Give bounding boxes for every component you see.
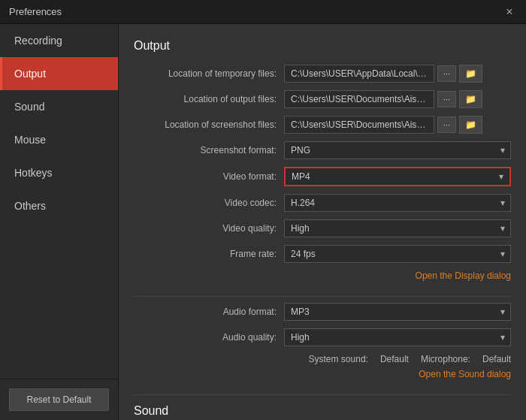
video-codec-control: H.264 H.265 MPEG-4: [284, 194, 511, 212]
sidebar-item-recording[interactable]: Recording: [0, 24, 118, 57]
screenshot-files-control: C:\Users\USER\Documents\Aiseesc ··· 📁: [284, 116, 511, 134]
output-files-dots-button[interactable]: ···: [437, 91, 456, 107]
screenshot-format-row: Screenshot format: PNG JPG BMP: [134, 141, 511, 159]
video-format-wrapper: MP4 AVI MOV WMV: [284, 167, 511, 186]
title-bar: Preferences ×: [0, 0, 526, 24]
content-area: Output Location of temporary files: C:\U…: [119, 24, 526, 420]
frame-rate-row: Frame rate: 24 fps 30 fps 60 fps: [134, 245, 511, 263]
main-layout: Recording Output Sound Mouse Hotkeys Oth…: [0, 24, 526, 420]
display-dialog-row: Open the Display dialog: [134, 270, 511, 289]
screenshot-files-label: Location of screenshot files:: [134, 119, 284, 130]
sidebar-item-others[interactable]: Others: [0, 189, 118, 222]
video-codec-label: Video codec:: [134, 198, 284, 208]
screenshot-files-input[interactable]: C:\Users\USER\Documents\Aiseesc: [284, 116, 434, 134]
section-title: Output: [134, 39, 511, 53]
microphone-value: Default: [482, 354, 511, 364]
video-format-label: Video format:: [134, 171, 284, 182]
frame-rate-select[interactable]: 24 fps 30 fps 60 fps: [284, 245, 511, 263]
output-files-row: Location of output files: C:\Users\USER\…: [134, 90, 511, 108]
divider1: [134, 296, 511, 297]
microphone-label: Microphone:: [421, 354, 470, 364]
temp-files-row: Location of temporary files: C:\Users\US…: [134, 65, 511, 83]
sidebar-item-hotkeys[interactable]: Hotkeys: [0, 156, 118, 189]
video-codec-select[interactable]: H.264 H.265 MPEG-4: [284, 194, 511, 212]
sidebar-bottom: Reset to Default: [0, 379, 118, 420]
video-quality-select[interactable]: High Medium Low: [284, 219, 511, 237]
audio-quality-control: High Medium Low: [284, 328, 511, 346]
video-format-row: Video format: MP4 AVI MOV WMV: [134, 167, 511, 186]
video-format-control: MP4 AVI MOV WMV: [284, 167, 511, 186]
system-info-row: System sound: Default Microphone: Defaul…: [134, 354, 511, 364]
frame-rate-label: Frame rate:: [134, 249, 284, 259]
screenshot-format-control: PNG JPG BMP: [284, 141, 511, 159]
video-quality-row: Video quality: High Medium Low: [134, 219, 511, 237]
audio-quality-row: Audio quality: High Medium Low: [134, 328, 511, 346]
video-quality-wrapper: High Medium Low: [284, 219, 511, 237]
screenshot-files-row: Location of screenshot files: C:\Users\U…: [134, 116, 511, 134]
video-codec-wrapper: H.264 H.265 MPEG-4: [284, 194, 511, 212]
video-codec-row: Video codec: H.264 H.265 MPEG-4: [134, 194, 511, 212]
temp-files-control: C:\Users\USER\AppData\Local\Ten ··· 📁: [284, 65, 511, 83]
screenshot-format-label: Screenshot format:: [134, 145, 284, 156]
display-dialog-link[interactable]: Open the Display dialog: [416, 270, 511, 281]
audio-format-row: Audio format: MP3 AAC WAV: [134, 303, 511, 321]
audio-quality-select[interactable]: High Medium Low: [284, 328, 511, 346]
temp-files-input[interactable]: C:\Users\USER\AppData\Local\Ten: [284, 65, 434, 83]
screenshot-files-folder-button[interactable]: 📁: [459, 116, 482, 134]
temp-files-label: Location of temporary files:: [134, 68, 284, 79]
video-quality-label: Video quality:: [134, 223, 284, 234]
sidebar-item-output[interactable]: Output: [0, 57, 118, 90]
frame-rate-control: 24 fps 30 fps 60 fps: [284, 245, 511, 263]
screenshot-format-select[interactable]: PNG JPG BMP: [284, 141, 511, 159]
video-format-select[interactable]: MP4 AVI MOV WMV: [286, 168, 509, 185]
system-sound-value: Default: [380, 354, 409, 364]
sidebar-item-mouse[interactable]: Mouse: [0, 123, 118, 156]
output-files-label: Location of output files:: [134, 94, 284, 104]
sidebar-item-sound[interactable]: Sound: [0, 90, 118, 123]
app-title: Preferences: [9, 6, 62, 17]
audio-format-label: Audio format:: [134, 307, 284, 317]
audio-format-select[interactable]: MP3 AAC WAV: [284, 303, 511, 321]
output-files-control: C:\Users\USER\Documents\Aiseesc ··· 📁: [284, 90, 511, 108]
sidebar: Recording Output Sound Mouse Hotkeys Oth…: [0, 24, 119, 420]
video-quality-control: High Medium Low: [284, 219, 511, 237]
system-sound-label: System sound:: [309, 354, 368, 364]
temp-files-folder-button[interactable]: 📁: [459, 65, 482, 83]
temp-files-dots-button[interactable]: ···: [437, 65, 456, 82]
output-files-folder-button[interactable]: 📁: [459, 90, 482, 108]
audio-format-control: MP3 AAC WAV: [284, 303, 511, 321]
screenshot-format-wrapper: PNG JPG BMP: [284, 141, 511, 159]
sound-dialog-row: Open the Sound dialog: [134, 369, 511, 387]
audio-quality-wrapper: High Medium Low: [284, 328, 511, 346]
sound-dialog-link[interactable]: Open the Sound dialog: [419, 369, 511, 379]
close-button[interactable]: ×: [502, 5, 517, 20]
audio-quality-label: Audio quality:: [134, 332, 284, 343]
screenshot-files-dots-button[interactable]: ···: [437, 116, 456, 133]
frame-rate-wrapper: 24 fps 30 fps 60 fps: [284, 245, 511, 263]
sound-section-title: Sound: [134, 394, 511, 418]
audio-format-wrapper: MP3 AAC WAV: [284, 303, 511, 321]
output-files-input[interactable]: C:\Users\USER\Documents\Aiseesc: [284, 90, 434, 108]
reset-button[interactable]: Reset to Default: [9, 388, 109, 411]
